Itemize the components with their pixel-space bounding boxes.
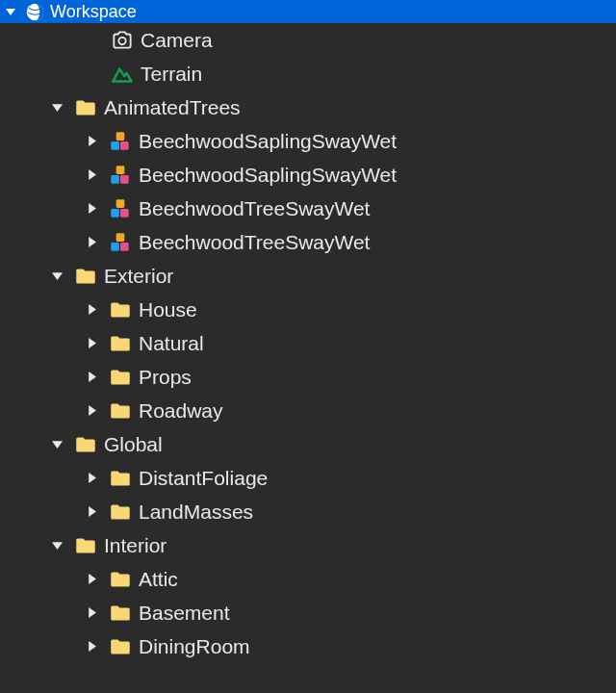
expand-arrow[interactable] xyxy=(0,7,21,16)
model-icon-slot xyxy=(104,230,137,255)
tree-row[interactable]: Exterior xyxy=(0,259,616,293)
svg-rect-13 xyxy=(120,243,129,251)
tree-row[interactable]: Natural xyxy=(0,326,616,360)
tree-row[interactable]: Basement xyxy=(0,596,616,629)
expand-arrow[interactable] xyxy=(79,136,104,146)
expand-arrow[interactable] xyxy=(79,304,104,315)
folder-icon-slot xyxy=(104,500,137,525)
chevron-down-icon xyxy=(52,102,63,113)
folder-icon-slot xyxy=(69,432,102,457)
chevron-right-icon xyxy=(87,641,97,652)
expand-arrow[interactable] xyxy=(44,102,69,113)
folder-icon-slot xyxy=(69,533,102,558)
expand-arrow[interactable] xyxy=(79,607,104,618)
folder-icon-slot xyxy=(104,466,137,491)
tree-item-label: Terrain xyxy=(139,63,616,86)
expand-arrow[interactable] xyxy=(79,338,104,348)
folder-icon xyxy=(108,398,133,424)
svg-rect-2 xyxy=(116,132,125,141)
folder-icon-slot xyxy=(104,398,137,424)
tree-row[interactable]: DiningRoom xyxy=(0,629,616,663)
explorer-tree[interactable]: Workspace CameraTerrainAnimatedTreesBeec… xyxy=(0,0,616,663)
expand-arrow[interactable] xyxy=(44,270,69,281)
expand-arrow[interactable] xyxy=(79,405,104,416)
tree-row[interactable]: LandMasses xyxy=(0,495,616,528)
folder-icon-slot xyxy=(104,297,137,322)
svg-rect-5 xyxy=(116,166,125,174)
tree-row[interactable]: BeechwoodSaplingSwayWet xyxy=(0,124,616,158)
model-icon xyxy=(108,196,133,221)
folder-icon xyxy=(108,466,133,491)
tree-row[interactable]: Interior xyxy=(0,528,616,562)
model-icon xyxy=(108,230,133,255)
folder-icon-slot xyxy=(104,331,137,356)
folder-icon-slot xyxy=(69,264,102,289)
tree-row[interactable]: BeechwoodTreeSwayWet xyxy=(0,225,616,259)
chevron-right-icon xyxy=(87,607,97,618)
svg-point-1 xyxy=(118,37,125,43)
expand-arrow[interactable] xyxy=(44,540,69,551)
folder-icon-slot xyxy=(104,567,137,592)
tree-item-label: LandMasses xyxy=(137,500,616,524)
chevron-right-icon xyxy=(87,237,97,247)
tree-row[interactable]: Roadway xyxy=(0,394,616,427)
tree-row[interactable]: BeechwoodTreeSwayWet xyxy=(0,192,616,225)
tree-row[interactable]: Attic xyxy=(0,562,616,596)
tree-item-label: BeechwoodTreeSwayWet xyxy=(137,197,616,220)
folder-icon xyxy=(108,331,133,356)
chevron-right-icon xyxy=(87,136,97,146)
chevron-right-icon xyxy=(87,372,97,382)
tree-item-label: DiningRoom xyxy=(137,635,616,658)
model-icon-slot xyxy=(104,163,137,188)
svg-rect-9 xyxy=(111,209,119,218)
expand-arrow[interactable] xyxy=(79,574,104,584)
tree-row[interactable]: House xyxy=(0,293,616,326)
expand-arrow[interactable] xyxy=(79,641,104,652)
tree-row[interactable]: AnimatedTrees xyxy=(0,90,616,124)
terrain-icon-slot xyxy=(106,62,139,87)
tree-row[interactable]: DistantFoliage xyxy=(0,461,616,495)
tree-row[interactable]: BeechwoodSaplingSwayWet xyxy=(0,158,616,192)
tree-item-label: Exterior xyxy=(102,265,616,288)
svg-rect-4 xyxy=(120,141,129,150)
expand-arrow[interactable] xyxy=(44,439,69,449)
tree-row[interactable]: Global xyxy=(0,427,616,461)
chevron-right-icon xyxy=(87,574,97,584)
folder-icon xyxy=(108,297,133,322)
expand-arrow[interactable] xyxy=(79,169,104,180)
svg-rect-12 xyxy=(111,243,119,251)
expand-arrow[interactable] xyxy=(79,203,104,214)
tree-root-row[interactable]: Workspace xyxy=(0,0,616,23)
folder-icon xyxy=(108,601,133,626)
chevron-right-icon xyxy=(87,473,97,483)
folder-icon-slot xyxy=(104,601,137,626)
model-icon-slot xyxy=(104,196,137,221)
tree-row[interactable]: Props xyxy=(0,360,616,394)
svg-rect-3 xyxy=(111,141,119,150)
tree-item-label: BeechwoodSaplingSwayWet xyxy=(137,130,616,153)
chevron-down-icon xyxy=(6,7,15,16)
chevron-right-icon xyxy=(87,203,97,214)
chevron-right-icon xyxy=(87,506,97,517)
model-icon xyxy=(108,163,133,188)
tree-item-label: AnimatedTrees xyxy=(102,96,616,119)
chevron-down-icon xyxy=(52,270,63,281)
camera-icon-slot xyxy=(106,28,139,53)
folder-icon xyxy=(73,432,98,457)
model-icon xyxy=(108,129,133,154)
tree-row[interactable]: Camera xyxy=(0,23,616,57)
folder-icon xyxy=(73,533,98,558)
expand-arrow[interactable] xyxy=(79,372,104,382)
tree-item-label: House xyxy=(137,298,616,321)
tree-item-label: Attic xyxy=(137,568,616,591)
expand-arrow[interactable] xyxy=(79,506,104,517)
tree-row[interactable]: Terrain xyxy=(0,57,616,90)
tree-item-label: Camera xyxy=(139,29,616,52)
folder-icon xyxy=(73,95,98,120)
chevron-right-icon xyxy=(87,169,97,180)
model-icon-slot xyxy=(104,129,137,154)
expand-arrow[interactable] xyxy=(79,237,104,247)
expand-arrow[interactable] xyxy=(79,473,104,483)
tree-item-label: DistantFoliage xyxy=(137,467,616,490)
chevron-right-icon xyxy=(87,338,97,348)
